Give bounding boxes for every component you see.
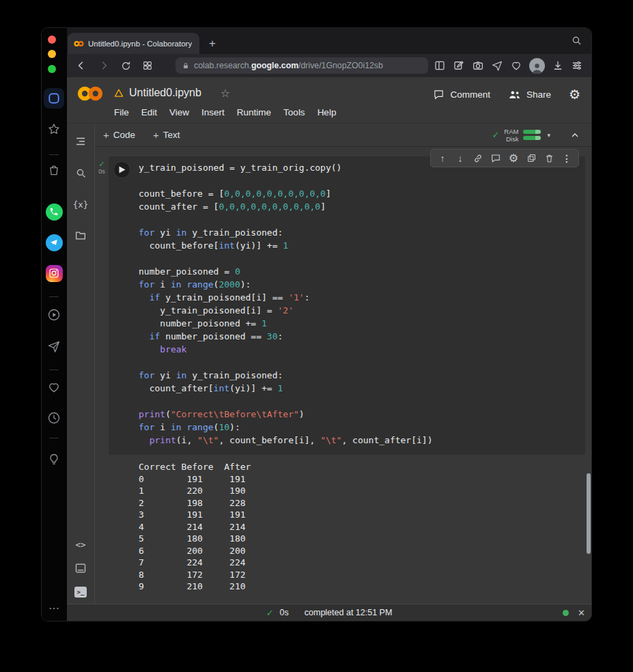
forward-button[interactable] [98,59,110,72]
telegram-icon[interactable] [44,232,64,253]
code-cell: y_train_poisoned = y_train_orig.copy() c… [109,156,585,455]
clock-icon[interactable] [44,408,64,428]
divider [49,438,59,438]
connected-check-icon: ✓ [492,130,499,140]
instagram-icon[interactable] [44,263,64,283]
comment-icon [433,89,445,100]
add-text-button[interactable]: + Text [153,129,180,141]
zoom-window-button[interactable] [48,65,56,73]
collapse-sections-button[interactable] [569,130,580,141]
editor-settings-icon[interactable]: ⚙ [505,150,522,167]
connection-status-dot [563,610,569,616]
menu-help[interactable]: Help [311,107,343,117]
people-icon [508,89,521,100]
profile-avatar[interactable] [529,58,545,74]
browser-toolbar: colab.research.google.com/drive/1GnopZO0… [67,54,591,77]
code-editor[interactable]: y_train_poisoned = y_train_orig.copy() c… [139,156,585,455]
menu-insert[interactable]: Insert [195,107,231,117]
camera-icon[interactable] [472,59,484,72]
move-cell-down-icon[interactable]: ↓ [451,150,469,167]
shopping-bag-icon[interactable] [44,160,64,180]
menu-runtime[interactable]: Runtime [231,107,277,117]
comment-button[interactable]: Comment [433,89,490,100]
cell-gutter [109,156,139,455]
ram-label: RAM [504,128,518,135]
share-plane-icon[interactable] [491,59,503,72]
close-status-icon[interactable]: ✕ [578,608,585,618]
resource-usage-bars [523,128,541,142]
copy-link-icon[interactable] [469,150,487,167]
code-snippets-icon[interactable]: <> [67,535,94,554]
new-tab-button[interactable]: + [209,38,216,49]
lightbulb-icon[interactable] [44,449,64,470]
status-check-icon: ✓ [266,608,274,618]
search-icon[interactable] [571,35,582,46]
menu-view[interactable]: View [163,107,195,117]
menu-file[interactable]: File [114,107,135,117]
url-text: colab.research.google.com/drive/1GnopZO0… [194,61,383,70]
colab-page: Untitled0.ipynb ☆ File Edit View Insert … [67,77,591,621]
drive-icon [114,89,124,98]
mirror-cell-icon[interactable] [522,150,540,167]
download-icon[interactable] [552,59,564,72]
menu-edit[interactable]: Edit [135,107,163,117]
active-app-icon[interactable] [44,88,64,109]
more-apps-icon[interactable]: ⋯ [42,602,67,615]
apps-grid-icon[interactable] [142,60,153,71]
terminal-icon[interactable]: >_ [67,583,94,602]
browser-window: ⋯ Untitled0.ipynb - Colaboratory + [41,27,592,621]
address-bar[interactable]: colab.research.google.com/drive/1GnopZO0… [175,57,428,74]
divider [49,369,59,370]
execution-time: 0s [96,168,107,175]
tab-bar: Untitled0.ipynb - Colaboratory + [67,28,591,54]
paper-plane-icon[interactable] [44,336,64,356]
notebook-toolbar: + Code + Text ✓ RAM Disk [95,124,591,147]
cell-output: Correct Before After 0 191 191 1 220 190… [139,461,251,593]
app-sidebar: ⋯ [42,28,67,621]
run-cell-button[interactable] [113,161,130,178]
annotate-icon[interactable] [453,59,465,72]
tune-sliders-icon[interactable] [571,59,583,72]
notebook-area: ✓ 0s y_train_poisoned = y_train_orig.cop… [95,147,591,604]
status-bar: ✓ 0s completed at 12:51 PM ✕ [67,604,591,621]
star-notebook-icon[interactable]: ☆ [221,87,230,100]
divider [49,154,59,155]
notebook-filename[interactable]: Untitled0.ipynb [129,87,201,99]
back-button[interactable] [75,59,87,72]
table-of-contents-icon[interactable] [67,132,94,151]
more-cell-actions-icon[interactable]: ⋮ [558,150,576,167]
play-icon [119,166,126,173]
plus-icon: + [153,129,159,141]
colab-logo [77,85,103,102]
settings-gear-icon[interactable]: ⚙ [569,87,580,102]
cell-toolbar: ↑ ↓ ⚙ [430,149,579,167]
browser-tab[interactable]: Untitled0.ipynb - Colaboratory [68,33,199,54]
whatsapp-icon[interactable] [44,201,64,222]
move-cell-up-icon[interactable]: ↑ [434,150,451,167]
favorites-heart-icon[interactable] [510,59,522,72]
execution-indicator: ✓ 0s [96,160,107,175]
variable-inspector-icon[interactable]: {x} [67,195,94,214]
share-button[interactable]: Share [508,89,551,100]
add-comment-icon[interactable] [487,150,505,167]
reload-button[interactable] [120,60,132,72]
divider [49,296,59,297]
add-code-button[interactable]: + Code [103,129,135,141]
executed-check-icon: ✓ [96,160,107,168]
play-circle-icon[interactable] [44,305,64,325]
resources-ram-disk[interactable]: ✓ RAM Disk ▾ [492,128,550,143]
command-palette-icon[interactable] [67,559,94,578]
find-replace-icon[interactable] [67,163,94,182]
left-rail: {x} <> >_ [67,124,95,604]
close-window-button[interactable] [48,36,56,44]
menu-bar: File Edit View Insert Runtime Tools Help [114,103,342,121]
minimize-window-button[interactable] [48,50,56,58]
files-icon[interactable] [67,226,94,245]
colab-header: Untitled0.ipynb ☆ File Edit View Insert … [67,77,591,124]
star-app-icon[interactable] [44,119,64,139]
heart-icon[interactable] [44,377,64,397]
menu-tools[interactable]: Tools [277,107,311,117]
scrollbar-thumb[interactable] [587,473,591,554]
reading-list-icon[interactable] [434,59,446,72]
delete-cell-icon[interactable] [540,150,558,167]
